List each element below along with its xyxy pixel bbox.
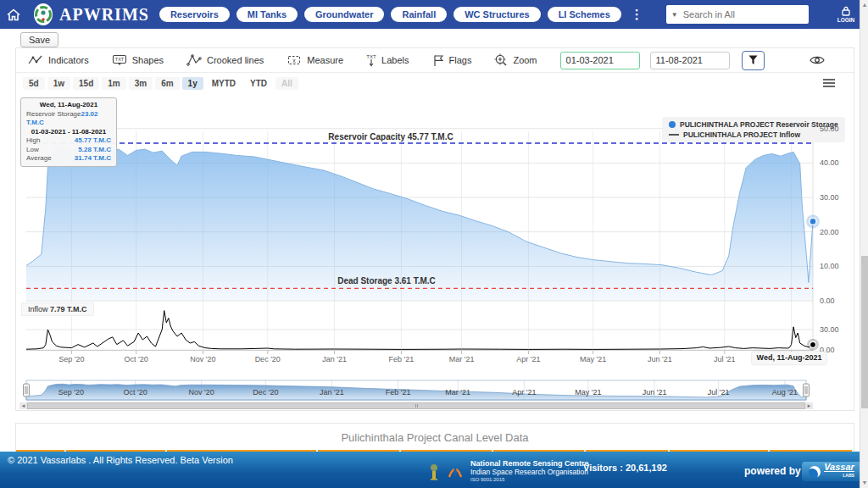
home-icon[interactable] <box>7 8 20 21</box>
tool-flags[interactable]: Flags <box>432 54 472 67</box>
search-box: ▼ <box>666 5 809 24</box>
tool-label: Measure <box>307 55 343 65</box>
tool-label: Indicators <box>48 55 89 65</box>
nrsc-block: National Remote Sensing Centre Indian Sp… <box>428 460 589 485</box>
nav-button-groundwater[interactable]: Groundwater <box>304 7 384 22</box>
scroll-right-icon[interactable]: ► <box>805 402 813 409</box>
crooked-lines-icon <box>186 54 202 66</box>
range-button-all[interactable]: All <box>275 77 298 90</box>
filter-button[interactable] <box>742 51 765 70</box>
series-line-icon <box>669 134 679 136</box>
legend-item-pulichinthala-project-reservoir-storage[interactable]: PULICHINTHALA PROJECT Reservoir Storage <box>669 119 838 130</box>
lock-icon <box>841 6 851 16</box>
powered-by-text: powered by <box>744 465 801 477</box>
copyright-text: © 2021 Vassarlabs . All Rights Reserved.… <box>8 455 233 465</box>
page-scrollbar-thumb[interactable] <box>861 256 868 408</box>
chart-context-menu-icon[interactable] <box>823 79 835 87</box>
legend-item-pulichinthala-project-inflow[interactable]: PULICHINTHALA PROJECT Inflow <box>669 130 838 140</box>
legend-label: PULICHINTHALA PROJECT Reservoir Storage <box>680 119 838 130</box>
nav-buttons: ReservoirsMI TanksGroundwaterRainfallWC … <box>159 7 621 22</box>
search-input[interactable] <box>683 9 804 19</box>
range-button-1w[interactable]: 1w <box>47 77 70 90</box>
tool-shapes[interactable]: TXTShapes <box>112 54 164 66</box>
tool-crooked-lines[interactable]: Crooked lines <box>186 54 264 66</box>
tool-label: Crooked lines <box>207 55 264 65</box>
indicators-icon <box>28 54 43 66</box>
isro-logo-icon <box>446 465 465 479</box>
nav-button-li-schemes[interactable]: LI Schemes <box>548 7 621 22</box>
tool-label: Zoom <box>513 55 537 65</box>
scrollbar-thumb[interactable] <box>27 402 805 409</box>
chart-card: IndicatorsTXTShapesCrooked linesxMeasure… <box>15 47 854 411</box>
nrsc-line3: ISO 9001:2015 <box>470 476 589 485</box>
range-button-1m[interactable]: 1m <box>102 77 125 90</box>
funnel-icon <box>748 55 758 65</box>
range-button-ytd[interactable]: YTD <box>244 77 273 90</box>
nav-button-mi-tanks[interactable]: MI Tanks <box>236 7 298 22</box>
chart-legend: PULICHINTHALA PROJECT Reservoir StorageP… <box>662 117 845 142</box>
chevron-down-icon[interactable]: ▼ <box>671 11 678 19</box>
date-from-input[interactable] <box>560 52 640 69</box>
legend-label: PULICHINTHALA PROJECT Inflow <box>683 130 800 140</box>
tool-label: Flags <box>449 55 472 65</box>
tool-label: Labels <box>381 55 409 65</box>
svg-text:TXT: TXT <box>115 57 125 62</box>
svg-text:TXT: TXT <box>366 54 376 59</box>
nrsc-line2: Indian Space Research Organisation <box>470 469 589 477</box>
page-scrollbar[interactable]: ▲ ▼ <box>860 0 868 488</box>
range-button-3m[interactable]: 3m <box>129 77 153 90</box>
vassar-logo[interactable]: VassarLABS <box>802 462 861 481</box>
login-button[interactable]: LOGIN <box>837 6 855 23</box>
top-navbar: APWRIMS ReservoirsMI TanksGroundwaterRai… <box>0 0 860 29</box>
india-emblem-icon <box>428 463 440 480</box>
zoom-icon <box>494 53 508 67</box>
nav-button-wc-structures[interactable]: WC Structures <box>453 7 540 22</box>
vassar-ball-icon <box>809 466 821 478</box>
range-button-mytd[interactable]: MYTD <box>206 77 242 90</box>
flags-icon <box>432 54 444 67</box>
tool-indicators[interactable]: Indicators <box>28 54 89 66</box>
footer: © 2021 Vassarlabs . All Rights Reserved.… <box>0 452 868 488</box>
labels-icon: TXT <box>366 53 376 67</box>
range-button-5d[interactable]: 5d <box>23 77 45 90</box>
apwrims-logo-icon <box>34 3 53 25</box>
more-vert-icon[interactable]: ⋮ <box>628 7 646 22</box>
nav-button-reservoirs[interactable]: Reservoirs <box>159 7 230 22</box>
scroll-up-icon[interactable]: ▲ <box>860 0 868 10</box>
table-title: Pulichinthala Project Canal Level Data <box>16 431 854 444</box>
date-to-input[interactable] <box>650 52 730 69</box>
range-selector-row: 5d1w15d1m3m6m1yMYTDYTDAll <box>16 73 854 93</box>
shapes-icon: TXT <box>112 54 127 66</box>
measure-icon: x <box>287 54 302 66</box>
scroll-down-icon[interactable]: ▼ <box>860 478 868 488</box>
svg-text:x: x <box>293 58 297 64</box>
tool-label: Shapes <box>132 55 164 65</box>
chart-horizontal-scrollbar[interactable]: ◄ ► <box>19 402 813 409</box>
save-button[interactable]: Save <box>20 32 58 47</box>
tool-zoom[interactable]: Zoom <box>494 53 537 67</box>
visibility-eye-icon[interactable] <box>810 55 825 65</box>
visitors-count: Visitors : 20,61,192 <box>583 463 667 473</box>
range-button-15d[interactable]: 15d <box>73 77 99 90</box>
brand-title: APWRIMS <box>59 5 149 25</box>
range-button-6m[interactable]: 6m <box>155 77 179 90</box>
chart-toolbar: IndicatorsTXTShapesCrooked linesxMeasure… <box>16 48 854 73</box>
range-button-1y[interactable]: 1y <box>182 77 203 90</box>
scroll-left-icon[interactable]: ◄ <box>19 402 27 409</box>
series-marker-icon <box>669 121 676 128</box>
chart-stage: Wed, 11-Aug-2021 Reservoir Storage23.02 … <box>16 93 854 410</box>
nav-button-rainfall[interactable]: Rainfall <box>391 7 447 22</box>
tool-labels[interactable]: TXTLabels <box>366 53 409 67</box>
tool-measure[interactable]: xMeasure <box>287 54 343 66</box>
